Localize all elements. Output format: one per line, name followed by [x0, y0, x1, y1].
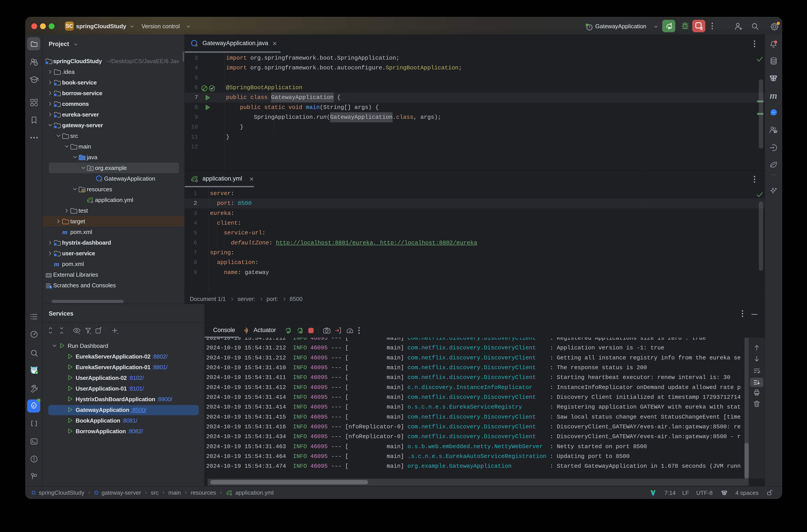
svg-text:8: 8	[700, 26, 703, 31]
svg-text:?: ?	[35, 62, 37, 65]
